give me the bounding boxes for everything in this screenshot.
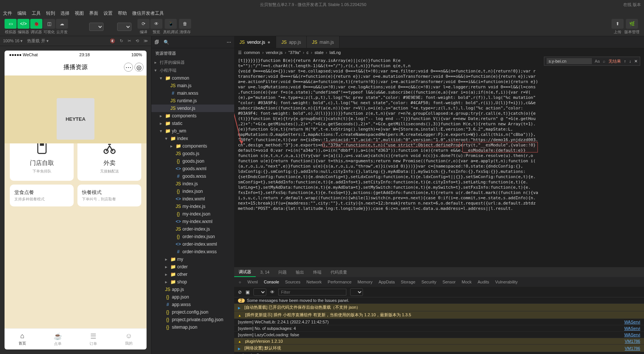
dttab-0[interactable]: 调试器: [234, 267, 256, 277]
subtab-AppData[interactable]: AppData: [378, 280, 395, 284]
code-editor[interactable]: [t]}}}}]}function B(e){return Array.isAr…: [234, 57, 644, 267]
back-icon[interactable]: ⟲: [136, 38, 139, 43]
dttab-2[interactable]: 问题: [274, 267, 291, 277]
menu-选择[interactable]: 选择: [60, 10, 69, 17]
subtab-Sources[interactable]: Sources: [285, 280, 300, 284]
dttab-5[interactable]: 代码质量: [326, 267, 352, 277]
card-dinein[interactable]: 堂食点餐 支持多种就餐模式: [10, 185, 74, 206]
right-btn-0[interactable]: ⬆: [612, 19, 624, 29]
mode-btn-1[interactable]: </>: [17, 19, 29, 29]
subtab-Storage[interactable]: Storage: [401, 280, 415, 284]
tree-my[interactable]: ▸📁my: [151, 255, 234, 263]
card-fastfood[interactable]: 快餐模式 下单叫号，到店取餐: [77, 185, 141, 206]
rotate-icon[interactable]: ↻: [120, 38, 123, 43]
cut-icon[interactable]: ✂: [128, 38, 131, 43]
tree-vendor.js[interactable]: JSvendor.js: [151, 105, 234, 112]
action-btn-2[interactable]: 📱: [165, 19, 177, 29]
tree-my-index.json[interactable]: {}my-index.json: [151, 210, 234, 218]
search-close-icon[interactable]: ✕: [634, 59, 638, 64]
mode-btn-2[interactable]: 🐞: [30, 19, 42, 29]
tree-order-index.wxss[interactable]: #order-index.wxss: [151, 248, 234, 255]
console-pick-icon[interactable]: ▣: [246, 289, 250, 295]
subtab-Console[interactable]: Console: [264, 280, 279, 284]
tree-components[interactable]: ▸📁components: [151, 142, 234, 150]
subtab-Network[interactable]: Network: [306, 280, 321, 284]
tree-app.js[interactable]: JSapp.js: [151, 286, 234, 293]
console-clear-icon[interactable]: ⊘: [238, 289, 242, 295]
source-link[interactable]: VM1786: [625, 339, 640, 343]
menu-文件[interactable]: 文件: [3, 10, 12, 17]
subtab-Performance[interactable]: Performance: [328, 280, 352, 284]
menu-界面[interactable]: 界面: [89, 10, 98, 17]
tree-goods.json[interactable]: {}goods.json: [151, 157, 234, 165]
inspect-icon[interactable]: ⟐: [239, 280, 241, 284]
tree-app.wxss[interactable]: #app.wxss: [151, 301, 234, 308]
subtab-Security[interactable]: Security: [422, 280, 437, 284]
tree-components[interactable]: ▸📁components: [151, 112, 234, 120]
menu-转到[interactable]: 转到: [46, 10, 55, 17]
menu-编辑[interactable]: 编辑: [17, 10, 26, 17]
right-btn-1[interactable]: 🌿: [626, 19, 638, 29]
tree-runtime.js[interactable]: JSruntime.js: [151, 97, 234, 105]
search-input[interactable]: [547, 58, 592, 64]
tree-yb_wm[interactable]: ▾📁yb_wm: [151, 127, 234, 135]
tab-订单[interactable]: ☰订单: [76, 329, 111, 349]
tree-main.wxss[interactable]: #main.wxss: [151, 89, 234, 97]
dttab-4[interactable]: 终端: [309, 267, 326, 277]
capsule-close-icon[interactable]: ◎: [134, 63, 144, 72]
etab-main.js[interactable]: JSmain.js: [307, 36, 340, 48]
tree-goods.wxss[interactable]: #goods.wxss: [151, 172, 234, 180]
tab-点单[interactable]: ☕点单: [40, 329, 76, 349]
tree-project.private.config.json[interactable]: {}project.private.config.json: [151, 316, 234, 323]
compile-select[interactable]: 普通编译: [117, 23, 131, 31]
tree-my-index.wxml[interactable]: <>my-index.wxml: [151, 218, 234, 225]
explorer-files-icon[interactable]: 🗐: [154, 40, 159, 45]
tree-main.js[interactable]: JSmain.js: [151, 82, 234, 89]
action-btn-1[interactable]: 👁: [150, 19, 162, 29]
zoom-level[interactable]: 100% 16 ▾: [3, 38, 23, 43]
mode-btn-0[interactable]: ▭: [5, 19, 17, 29]
source-link[interactable]: WAServi: [624, 326, 640, 331]
tree-my-index.js[interactable]: JSmy-index.js: [151, 203, 234, 210]
tree-project.config.json[interactable]: {}project.config.json: [151, 308, 234, 316]
mode-select[interactable]: 小程序模式: [89, 23, 103, 31]
explorer-search-icon[interactable]: 🔍: [164, 40, 169, 45]
tree-other[interactable]: ▸📁other: [151, 271, 234, 278]
etab-app.js[interactable]: JSapp.js: [276, 36, 307, 48]
subtab-Wxml[interactable]: Wxml: [247, 280, 258, 284]
tree-goods.js[interactable]: JSgoods.js: [151, 150, 234, 157]
subtab-Vulnerability[interactable]: Vulnerability: [495, 280, 518, 284]
mute-icon[interactable]: 🔇: [110, 38, 115, 43]
tree-app.json[interactable]: {}app.json: [151, 293, 234, 301]
hot-reload[interactable]: 热重载 开 ▾: [27, 38, 48, 44]
tree-order-index.wxml[interactable]: <>order-index.wxml: [151, 240, 234, 248]
tree-common[interactable]: ▾📁common: [151, 74, 234, 82]
filter-input[interactable]: [278, 289, 346, 296]
tree-order-index.json[interactable]: {}order-index.json: [151, 233, 234, 240]
subtab-Memory[interactable]: Memory: [358, 280, 373, 284]
search-next-icon[interactable]: ↓: [629, 59, 632, 63]
close-icon[interactable]: ●: [267, 39, 270, 45]
mode-btn-4[interactable]: ☁: [56, 19, 68, 29]
tree-order[interactable]: ▸📁order: [151, 263, 234, 271]
menu-工具[interactable]: 工具: [32, 10, 41, 17]
breadcrumbs[interactable]: ☰common›vendor.js›"379a"›c›state›latLng: [234, 48, 644, 57]
dttab-1[interactable]: 3, 14: [256, 267, 274, 277]
mode-btn-3[interactable]: ◫: [43, 19, 55, 29]
etab-vendor.js[interactable]: JSvendor.js●: [234, 36, 276, 48]
eye-icon[interactable]: 👁: [270, 289, 275, 295]
more-icon[interactable]: ≫: [144, 38, 148, 43]
menu-视图[interactable]: 视图: [75, 10, 84, 17]
tree-sitemap.json[interactable]: {}sitemap.json: [151, 323, 234, 331]
search-prev-icon[interactable]: ↑: [624, 59, 626, 63]
context-select[interactable]: appservice (#11) ▾: [253, 288, 266, 296]
menu-设置[interactable]: 设置: [103, 10, 113, 17]
tree-index.js[interactable]: JSindex.js: [151, 180, 234, 188]
subtab-Audits[interactable]: Audits: [478, 280, 490, 284]
tree-shop[interactable]: ▸📁shop: [151, 278, 234, 286]
group-open-editors[interactable]: ▸打开的编辑器: [151, 58, 234, 66]
tree-index[interactable]: ▾📁index: [151, 135, 234, 142]
source-link[interactable]: WAServi: [624, 332, 640, 337]
tab-我的[interactable]: ☺我的: [111, 329, 147, 349]
subtab-Mock[interactable]: Mock: [462, 280, 471, 284]
